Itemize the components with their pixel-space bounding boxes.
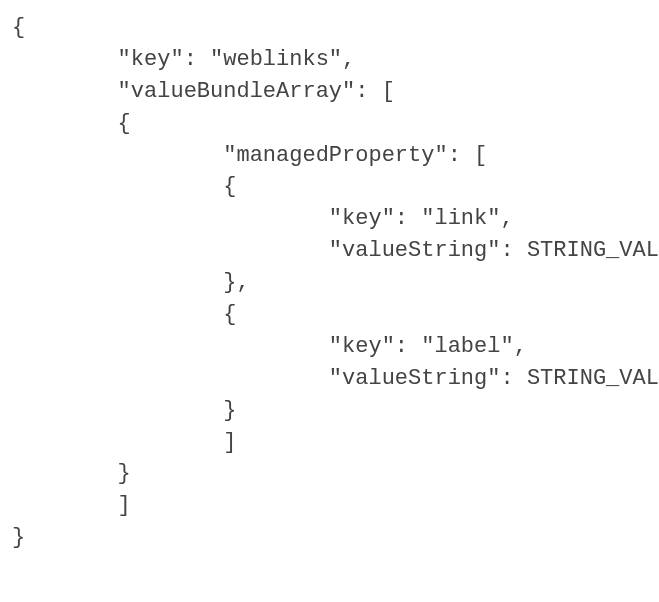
code-line: ] xyxy=(12,490,647,522)
code-line: "valueString": STRING_VALUE xyxy=(12,363,647,395)
code-line: "valueBundleArray": [ xyxy=(12,76,647,108)
code-block: { "key": "weblinks", "valueBundleArray":… xyxy=(12,12,647,554)
code-line: "key": "link", xyxy=(12,203,647,235)
code-line: { xyxy=(12,171,647,203)
code-line: "managedProperty": [ xyxy=(12,140,647,172)
code-line: } xyxy=(12,395,647,427)
code-line: }, xyxy=(12,267,647,299)
code-line: { xyxy=(12,299,647,331)
code-line: { xyxy=(12,12,647,44)
code-line: "key": "weblinks", xyxy=(12,44,647,76)
code-line: { xyxy=(12,108,647,140)
code-line: "key": "label", xyxy=(12,331,647,363)
code-line: "valueString": STRING_VALUE xyxy=(12,235,647,267)
code-line: } xyxy=(12,522,647,554)
code-line: } xyxy=(12,458,647,490)
code-line: ] xyxy=(12,427,647,459)
